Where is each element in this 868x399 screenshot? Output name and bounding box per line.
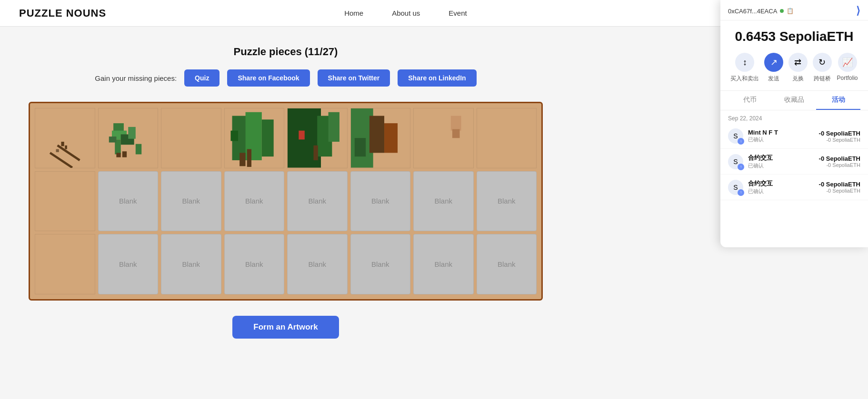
tx-amount-main-1: -0 SepoliaETH [819, 155, 860, 162]
transaction-2: S ↑ 合约交互 已确认 -0 SepoliaETH -0 SepoliaETH [720, 175, 868, 200]
svg-rect-14 [122, 151, 126, 157]
tx-amount-0: -0 SepoliaETH -0 SepoliaETH [819, 130, 860, 143]
puzzle-cell-1[interactable] [98, 108, 159, 168]
puzzle-cell-9[interactable]: Blank [98, 171, 159, 232]
wallet-panel-top: 0xCA67f...4EACA 📋 ⟩ [720, 0, 868, 20]
brand-logo: PUZZLE NOUNS [19, 7, 106, 19]
tx-icon-2: S ↑ [728, 180, 743, 195]
puzzle-cell-4[interactable] [287, 108, 348, 168]
nav-about[interactable]: About us [392, 9, 420, 17]
tx-badge-1: ↑ [738, 164, 744, 170]
svg-rect-40 [35, 234, 95, 294]
svg-rect-4 [65, 146, 67, 149]
puzzle-cell-18[interactable]: Blank [161, 234, 221, 294]
puzzle-cell-14[interactable]: Blank [413, 171, 474, 232]
wallet-action-bridge[interactable]: ↻ 跨链桥 [813, 53, 832, 83]
puzzle-cell-15[interactable]: Blank [477, 171, 537, 232]
tx-name-2: 合约交互 [748, 179, 814, 188]
svg-rect-22 [230, 131, 238, 141]
tx-status-1: 已确认 [748, 162, 814, 169]
form-artwork-wrap: Form an Artwork [29, 316, 543, 339]
puzzle-cell-16[interactable] [35, 234, 95, 294]
wallet-action-portfolio[interactable]: 📈 Portfolio [837, 53, 858, 83]
portfolio-icon: 📈 [838, 53, 857, 72]
puzzle-container: Blank Blank Blank Blank Blank Blank Blan… [29, 102, 543, 301]
puzzle-cell-19[interactable]: Blank [224, 234, 285, 294]
svg-rect-35 [414, 108, 473, 168]
tx-name-1: 合约交互 [748, 154, 814, 162]
svg-rect-36 [451, 116, 461, 131]
puzzle-cell-10[interactable]: Blank [161, 171, 221, 232]
share-twitter-button[interactable]: Share on Twitter [318, 69, 390, 87]
puzzle-cell-17[interactable]: Blank [98, 234, 159, 294]
tx-amount-sub-0: -0 SepoliaETH [819, 137, 860, 143]
tab-tokens[interactable]: 代币 [728, 91, 772, 110]
svg-rect-28 [299, 131, 304, 140]
copy-address-icon[interactable]: 📋 [787, 8, 794, 14]
wallet-action-send[interactable]: ↗ 发送 [764, 53, 783, 83]
transaction-1: S ↑ 合约交互 已确认 -0 SepoliaETH -0 SepoliaETH [720, 149, 868, 175]
svg-rect-13 [116, 153, 120, 157]
tab-activity[interactable]: 活动 [816, 91, 860, 110]
puzzle-cell-22[interactable]: Blank [413, 234, 474, 294]
wallet-action-swap[interactable]: ⇄ 兑换 [788, 53, 808, 83]
nav-links: Home About us Event [344, 9, 467, 17]
puzzle-cell-21[interactable]: Blank [350, 234, 411, 294]
puzzle-cell-0[interactable] [35, 108, 95, 168]
puzzle-cell-12[interactable]: Blank [287, 171, 348, 232]
svg-rect-38 [477, 108, 537, 168]
puzzle-cell-23[interactable]: Blank [477, 234, 537, 294]
svg-rect-32 [369, 116, 384, 153]
wallet-tabs: 代币 收藏品 活动 [720, 91, 868, 110]
share-linkedin-button[interactable]: Share on LinkedIn [398, 69, 476, 87]
tx-badge-2: ↑ [738, 189, 744, 196]
tx-status-2: 已确认 [748, 188, 814, 195]
gain-bar: Gain your missing pieces: Quiz Share on … [29, 69, 543, 87]
form-artwork-button[interactable]: Form an Artwork [232, 316, 339, 339]
puzzle-cell-6[interactable] [413, 108, 474, 168]
tx-amount-main-0: -0 SepoliaETH [819, 130, 860, 137]
nav-event[interactable]: Event [449, 9, 467, 17]
puzzle-cell-8[interactable] [35, 171, 95, 232]
connection-status-dot [780, 9, 784, 13]
svg-rect-12 [109, 136, 116, 142]
tx-info-2: 合约交互 已确认 [748, 179, 814, 195]
wallet-panel: 0xCA67f...4EACA 📋 ⟩ 0.6453 SepoliaETH ↕ … [720, 0, 868, 247]
puzzle-cell-7[interactable] [477, 108, 537, 168]
svg-rect-15 [135, 144, 141, 155]
wallet-date: Sep 22, 2024 [720, 110, 868, 124]
tx-icon-0: S ↑ [728, 128, 743, 144]
quiz-button[interactable]: Quiz [184, 69, 219, 87]
nav-home[interactable]: Home [344, 9, 363, 17]
puzzle-title: Puzzle pieces (11/27) [29, 46, 543, 58]
bridge-icon: ↻ [813, 53, 832, 72]
svg-rect-3 [61, 142, 64, 146]
wallet-panel-close-button[interactable]: ⟩ [856, 5, 860, 17]
tx-icon-1: S ↑ [728, 154, 743, 169]
tx-status-0: 已确认 [748, 136, 814, 143]
svg-rect-29 [313, 146, 318, 160]
svg-rect-0 [35, 108, 95, 168]
tx-amount-2: -0 SepoliaETH -0 SepoliaETH [819, 181, 860, 194]
share-facebook-button[interactable]: Share on Facebook [227, 69, 309, 87]
puzzle-grid: Blank Blank Blank Blank Blank Blank Blan… [35, 108, 537, 294]
puzzle-cell-3[interactable] [224, 108, 285, 168]
svg-rect-11 [128, 127, 136, 139]
svg-rect-5 [56, 149, 59, 152]
puzzle-cell-5[interactable] [350, 108, 411, 168]
svg-rect-33 [384, 123, 398, 153]
send-icon: ↗ [764, 53, 783, 72]
puzzle-cell-11[interactable]: Blank [224, 171, 285, 232]
svg-rect-34 [354, 138, 365, 156]
tx-badge-0: ↑ [738, 138, 744, 145]
buy-sell-icon: ↕ [735, 53, 754, 72]
svg-rect-39 [35, 172, 95, 231]
puzzle-cell-20[interactable]: Blank [287, 234, 348, 294]
puzzle-cell-13[interactable]: Blank [350, 171, 411, 232]
puzzle-cell-2[interactable] [161, 108, 221, 168]
wallet-action-buy-sell[interactable]: ↕ 买入和卖出 [730, 53, 759, 83]
main-content: Puzzle pieces (11/27) Gain your missing … [0, 27, 571, 367]
tx-name-0: Mint N F T [748, 129, 814, 136]
tx-amount-main-2: -0 SepoliaETH [819, 181, 860, 188]
tab-collectibles[interactable]: 收藏品 [772, 91, 817, 110]
